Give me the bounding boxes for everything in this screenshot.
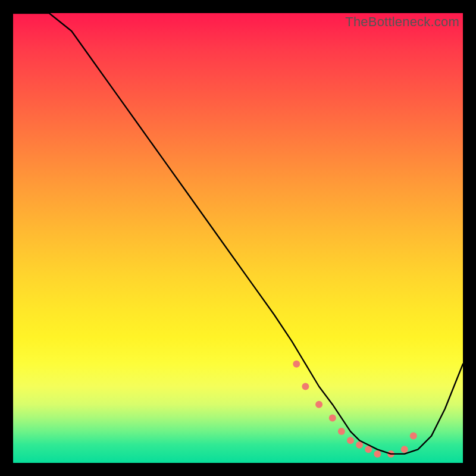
highlight-marker xyxy=(315,401,322,408)
highlight-marker xyxy=(293,361,300,368)
highlight-marker xyxy=(338,428,345,435)
highlight-marker xyxy=(302,383,309,390)
chart-svg xyxy=(13,13,463,463)
highlight-marker xyxy=(329,414,336,421)
highlight-marker xyxy=(374,450,381,458)
highlight-marker xyxy=(347,437,354,444)
chart-frame: TheBottleneck.com xyxy=(13,13,463,463)
highlight-marker xyxy=(410,433,417,440)
watermark-text: TheBottleneck.com xyxy=(345,14,459,30)
bottleneck-curve-path xyxy=(13,13,463,454)
highlight-marker xyxy=(401,446,408,453)
